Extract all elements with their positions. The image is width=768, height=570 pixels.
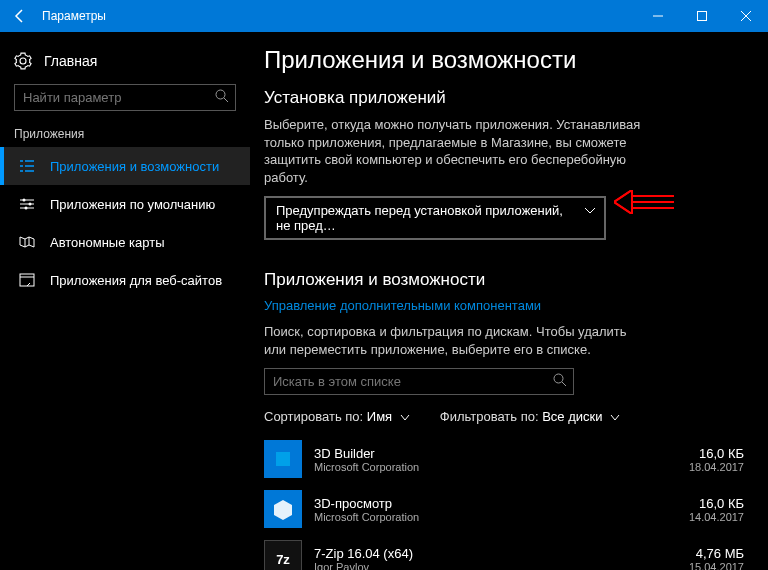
chevron-down-icon xyxy=(584,205,596,217)
svg-rect-0 xyxy=(698,12,707,21)
sliders-icon xyxy=(18,195,36,213)
sort-control[interactable]: Сортировать по: Имя xyxy=(264,409,410,424)
titlebar: Параметры xyxy=(0,0,768,32)
app-row[interactable]: 7z7-Zip 16.04 (x64)Igor Pavlov4,76 МБ15.… xyxy=(264,534,744,570)
sidebar-item-apps-features[interactable]: Приложения и возможности xyxy=(0,147,250,185)
close-icon xyxy=(741,11,751,21)
app-row[interactable]: 3D-просмотрMicrosoft Corporation16,0 КБ1… xyxy=(264,484,744,534)
map-icon xyxy=(18,233,36,251)
window-icon xyxy=(18,271,36,289)
app-size: 4,76 МБ xyxy=(689,546,744,561)
close-button[interactable] xyxy=(724,0,768,32)
home-link[interactable]: Главная xyxy=(0,46,250,80)
window-title: Параметры xyxy=(42,9,106,23)
arrow-left-icon xyxy=(12,8,28,24)
settings-search-input[interactable] xyxy=(14,84,236,111)
home-label: Главная xyxy=(44,53,97,69)
page-title: Приложения и возможности xyxy=(264,46,744,74)
optional-features-link[interactable]: Управление дополнительными компонентами xyxy=(264,298,541,313)
app-icon xyxy=(264,440,302,478)
svg-point-1 xyxy=(216,90,225,99)
app-list: 3D BuilderMicrosoft Corporation16,0 КБ18… xyxy=(264,434,744,570)
chevron-down-icon xyxy=(400,413,410,423)
back-button[interactable] xyxy=(8,4,32,28)
app-size: 16,0 КБ xyxy=(689,496,744,511)
sidebar-item-default-apps[interactable]: Приложения по умолчанию xyxy=(0,185,250,223)
app-name: 3D Builder xyxy=(314,446,677,461)
sidebar-item-label: Приложения для веб-сайтов xyxy=(50,273,222,288)
gear-icon xyxy=(14,52,32,70)
sidebar-item-label: Приложения и возможности xyxy=(50,159,219,174)
app-icon: 7z xyxy=(264,540,302,570)
app-publisher: Igor Pavlov xyxy=(314,561,677,570)
maximize-button[interactable] xyxy=(680,0,724,32)
filter-label: Фильтровать по: xyxy=(440,409,539,424)
app-size: 16,0 КБ xyxy=(689,446,744,461)
filter-value: Все диски xyxy=(542,409,602,424)
svg-rect-5 xyxy=(20,274,34,286)
svg-point-3 xyxy=(29,203,32,206)
app-date: 18.04.2017 xyxy=(689,461,744,473)
sidebar-group-label: Приложения xyxy=(0,127,250,147)
content: Приложения и возможности Установка прило… xyxy=(250,32,768,570)
sidebar: Главная Приложения Приложения и возможно… xyxy=(0,32,250,570)
filter-control[interactable]: Фильтровать по: Все диски xyxy=(440,409,620,424)
install-source-dropdown[interactable]: Предупреждать перед установкой приложени… xyxy=(264,196,606,240)
minimize-button[interactable] xyxy=(636,0,680,32)
sort-value: Имя xyxy=(367,409,392,424)
app-name: 3D-просмотр xyxy=(314,496,677,511)
list-icon xyxy=(18,157,36,175)
svg-point-4 xyxy=(25,207,28,210)
minimize-icon xyxy=(653,11,663,21)
search-icon xyxy=(552,372,568,388)
apps-heading: Приложения и возможности xyxy=(264,270,744,290)
sort-label: Сортировать по: xyxy=(264,409,363,424)
app-icon xyxy=(264,490,302,528)
sidebar-item-offline-maps[interactable]: Автономные карты xyxy=(0,223,250,261)
chevron-down-icon xyxy=(610,413,620,423)
app-name: 7-Zip 16.04 (x64) xyxy=(314,546,677,561)
app-publisher: Microsoft Corporation xyxy=(314,461,677,473)
sidebar-item-label: Автономные карты xyxy=(50,235,165,250)
install-heading: Установка приложений xyxy=(264,88,744,108)
search-icon xyxy=(214,88,230,104)
app-list-search-input[interactable] xyxy=(264,368,574,395)
app-publisher: Microsoft Corporation xyxy=(314,511,677,523)
sidebar-item-web-apps[interactable]: Приложения для веб-сайтов xyxy=(0,261,250,299)
svg-rect-7 xyxy=(276,452,290,466)
sidebar-item-label: Приложения по умолчанию xyxy=(50,197,215,212)
maximize-icon xyxy=(697,11,707,21)
app-date: 14.04.2017 xyxy=(689,511,744,523)
svg-point-6 xyxy=(554,374,563,383)
svg-point-2 xyxy=(23,199,26,202)
app-row[interactable]: 3D BuilderMicrosoft Corporation16,0 КБ18… xyxy=(264,434,744,484)
apps-description: Поиск, сортировка и фильтрация по дискам… xyxy=(264,323,644,358)
dropdown-value: Предупреждать перед установкой приложени… xyxy=(276,203,563,233)
app-date: 15.04.2017 xyxy=(689,561,744,570)
install-description: Выберите, откуда можно получать приложен… xyxy=(264,116,644,186)
